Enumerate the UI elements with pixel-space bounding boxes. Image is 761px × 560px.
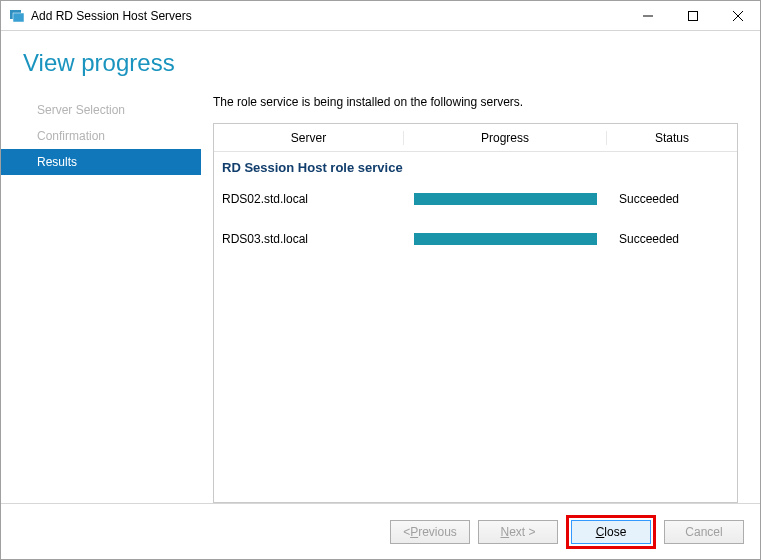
body: View progress Server Selection Confirmat… bbox=[1, 31, 760, 503]
step-confirmation: Confirmation bbox=[1, 123, 201, 149]
previous-button: < Previous bbox=[390, 520, 470, 544]
step-results[interactable]: Results bbox=[1, 149, 201, 175]
maximize-button[interactable] bbox=[670, 1, 715, 31]
server-manager-icon bbox=[9, 8, 25, 24]
section-title: RD Session Host role service bbox=[214, 152, 737, 179]
minimize-button[interactable] bbox=[625, 1, 670, 31]
progress-cell bbox=[404, 193, 607, 205]
status-text: Succeeded bbox=[607, 232, 737, 246]
close-button[interactable]: Close bbox=[571, 520, 651, 544]
column-headers: Server Progress Status bbox=[214, 124, 737, 152]
titlebar: Add RD Session Host Servers bbox=[1, 1, 760, 31]
server-name: RDS02.std.local bbox=[214, 192, 404, 206]
svg-rect-1 bbox=[13, 13, 24, 22]
content: Server Selection Confirmation Results Th… bbox=[1, 95, 760, 503]
status-text: Succeeded bbox=[607, 192, 737, 206]
cancel-button: Cancel bbox=[664, 520, 744, 544]
progress-bar bbox=[414, 233, 597, 245]
main-panel: The role service is being installed on t… bbox=[201, 95, 760, 503]
close-window-button[interactable] bbox=[715, 1, 760, 31]
results-panel: Server Progress Status RD Session Host r… bbox=[213, 123, 738, 503]
next-button: Next > bbox=[478, 520, 558, 544]
dialog-window: Add RD Session Host Servers View progres… bbox=[0, 0, 761, 560]
footer: < Previous Next > Close Cancel bbox=[1, 503, 760, 559]
col-status: Status bbox=[607, 131, 737, 145]
col-progress: Progress bbox=[404, 131, 607, 145]
page-heading: View progress bbox=[1, 31, 760, 95]
description-text: The role service is being installed on t… bbox=[213, 95, 738, 109]
svg-rect-3 bbox=[688, 11, 697, 20]
server-name: RDS03.std.local bbox=[214, 232, 404, 246]
close-button-highlight: Close bbox=[566, 515, 656, 549]
progress-bar bbox=[414, 193, 597, 205]
server-row: RDS03.std.local Succeeded bbox=[214, 219, 737, 259]
col-server: Server bbox=[214, 131, 404, 145]
step-server-selection: Server Selection bbox=[1, 97, 201, 123]
progress-cell bbox=[404, 233, 607, 245]
wizard-steps: Server Selection Confirmation Results bbox=[1, 95, 201, 503]
server-row: RDS02.std.local Succeeded bbox=[214, 179, 737, 219]
window-title: Add RD Session Host Servers bbox=[31, 9, 625, 23]
